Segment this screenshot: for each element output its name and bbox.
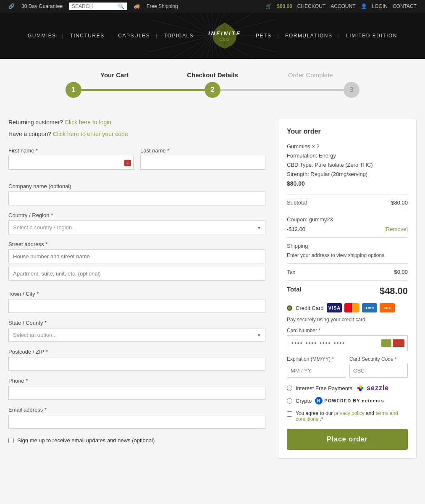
coupon-discount-row: -$12.00 [Remove] xyxy=(287,226,408,232)
apt-input[interactable] xyxy=(8,267,265,281)
nav-gummies[interactable]: GUMMIES xyxy=(22,33,62,39)
login-icon: 👤 xyxy=(361,3,367,9)
nav-tinctures[interactable]: TINCTURES xyxy=(64,33,110,39)
phone-label: Phone * xyxy=(8,378,265,384)
state-select[interactable]: Select an option... Alabama California N… xyxy=(8,328,265,342)
cart-amount: $60.00 xyxy=(277,3,292,9)
steps-row: 1 2 3 xyxy=(66,82,359,98)
payment-methods: Credit Card VISA AMEX DISC Pay securely … xyxy=(287,303,408,404)
nav-formulations[interactable]: FORMULATIONS xyxy=(279,33,338,39)
netcents-icon: N xyxy=(315,397,323,404)
total-label: Total xyxy=(287,286,302,297)
state-label: State / County * xyxy=(8,320,265,326)
netcents-text: POWERED BY netcents xyxy=(324,398,384,403)
shipping-note: Enter your address to view shipping opti… xyxy=(287,252,408,258)
nav-left: GUMMIES | TINCTURES | CAPSULES | TOPICAL… xyxy=(22,33,199,39)
expiry-label: Expiration (MM/YY) * xyxy=(287,356,345,362)
postcode-group: Postcode / ZIP * xyxy=(8,349,265,371)
main-nav: GUMMIES | TINCTURES | CAPSULES | TOPICAL… xyxy=(0,13,425,59)
search-icon: 🔍 xyxy=(118,3,124,9)
credit-card-radio[interactable] xyxy=(287,305,292,311)
order-formulation: Formulation: Energy xyxy=(287,151,408,160)
nav-pets[interactable]: PETS xyxy=(250,33,277,39)
tax-row: Tax $0.00 xyxy=(287,269,408,275)
tax-label: Tax xyxy=(287,269,295,275)
email-label: Email address * xyxy=(8,407,265,413)
card-type-icon xyxy=(381,339,404,347)
netcents-logo: N POWERED BY netcents xyxy=(315,397,384,404)
logo-container[interactable]: iNFiNiTe CBD xyxy=(199,17,250,55)
nav-limited-edition[interactable]: LIMITED EDITION xyxy=(340,33,403,39)
country-label: Country / Region * xyxy=(8,212,265,218)
cart-icon: 🛒 xyxy=(265,3,272,9)
sezzle-icon xyxy=(356,383,365,393)
nav-capsules[interactable]: CAPSULES xyxy=(112,33,156,39)
first-name-label: First name * xyxy=(8,147,134,154)
email-group: Email address * xyxy=(8,407,265,429)
city-input[interactable] xyxy=(8,299,265,313)
email-input[interactable] xyxy=(8,415,265,429)
account-link[interactable]: ACCOUNT xyxy=(331,3,355,9)
amex-logo: AMEX xyxy=(362,303,377,312)
country-select-wrap: Select a country / region... United Stat… xyxy=(8,220,265,234)
city-label: Town / City * xyxy=(8,291,265,297)
sezzle-radio[interactable] xyxy=(287,386,292,391)
phone-group: Phone * xyxy=(8,378,265,400)
credit-card-option: Credit Card VISA AMEX DISC xyxy=(287,303,408,312)
street-group: Street address * xyxy=(8,241,265,284)
discover-logo: DISC xyxy=(380,303,395,312)
signup-checkbox[interactable] xyxy=(8,438,14,443)
total-amount: $48.00 xyxy=(380,286,408,297)
coupon-prefix: Have a coupon? xyxy=(8,131,51,137)
contact-link[interactable]: CONTACT xyxy=(393,3,417,9)
shipping-row: Shipping xyxy=(287,243,408,249)
first-name-group: First name * ··· xyxy=(8,147,134,170)
first-name-input[interactable] xyxy=(8,156,134,170)
postcode-label: Postcode / ZIP * xyxy=(8,349,265,355)
crypto-radio[interactable] xyxy=(287,398,292,404)
nav-right: PETS | FORMULATIONS | LIMITED EDITION xyxy=(250,33,403,39)
postcode-input[interactable] xyxy=(8,357,265,371)
svg-rect-27 xyxy=(356,383,365,393)
country-select[interactable]: Select a country / region... United Stat… xyxy=(8,220,265,234)
login-link[interactable]: LOGIN xyxy=(372,3,388,9)
signup-label: Sign me up to receive email updates and … xyxy=(17,437,155,444)
company-input[interactable] xyxy=(8,192,265,205)
terms-checkbox[interactable] xyxy=(287,411,292,417)
first-name-wrap: ··· xyxy=(8,156,134,170)
step-line2 xyxy=(220,89,344,91)
csc-input[interactable] xyxy=(349,364,408,378)
place-order-button[interactable]: Place order xyxy=(287,429,408,450)
search-wrap[interactable]: 🔍 xyxy=(69,3,127,10)
guarantee-icon: 🔗 xyxy=(8,3,15,9)
login-link-form[interactable]: Click here to login xyxy=(65,119,111,126)
privacy-link[interactable]: privacy policy xyxy=(334,410,365,416)
search-input[interactable] xyxy=(72,3,118,9)
order-product: Gummies × 2 xyxy=(287,142,408,151)
chip-icon xyxy=(381,339,391,347)
step3-label: Order Complete xyxy=(262,71,359,79)
phone-input[interactable] xyxy=(8,386,265,400)
total-row: Total $48.00 xyxy=(287,286,408,297)
order-divider3 xyxy=(287,237,408,238)
last-name-input[interactable] xyxy=(140,156,265,170)
top-bar: 🔗 30 Day Guarantee 🔍 🚚 Free Shipping 🛒 $… xyxy=(0,0,425,13)
order-divider2 xyxy=(287,211,408,211)
nav-topicals[interactable]: TOPICALS xyxy=(158,33,199,39)
checkout-link[interactable]: CHECKOUT xyxy=(297,3,325,9)
expiry-input[interactable] xyxy=(287,364,345,378)
card-number-label: Card Number * xyxy=(287,328,408,333)
terms-suffix: .* xyxy=(320,416,323,422)
pay-note: Pay securely using your credit card. xyxy=(287,317,408,323)
coupon-link[interactable]: Click here to enter your code xyxy=(53,131,128,137)
terms-and: and xyxy=(366,410,374,416)
progress-labels: Your Cart Checkout Details Order Complet… xyxy=(66,71,359,79)
step2-circle: 2 xyxy=(205,82,220,98)
card-number-wrap xyxy=(287,335,408,351)
visa-logo: VISA xyxy=(327,303,342,312)
crypto-label: Crypto xyxy=(296,398,312,404)
street-input[interactable] xyxy=(8,249,265,263)
remove-coupon[interactable]: [Remove] xyxy=(384,226,408,232)
country-group: Country / Region * Select a country / re… xyxy=(8,212,265,234)
csc-label: Card Security Code * xyxy=(349,356,408,362)
